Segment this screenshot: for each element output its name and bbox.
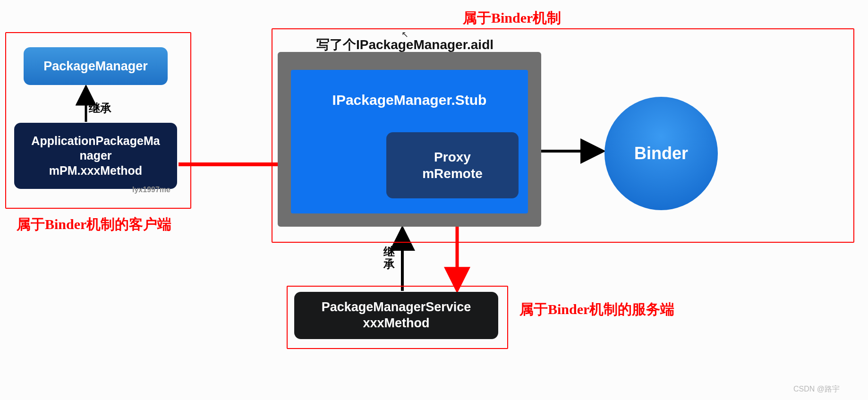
pms-line2: xxxMethod xyxy=(363,315,429,332)
package-manager-label: PackageManager xyxy=(43,59,148,74)
label-client: 属于Binder机制的客户端 xyxy=(17,215,171,234)
label-inherit-1: 继承 xyxy=(89,101,111,116)
binder-label: Binder xyxy=(634,144,688,163)
inherit2-b: 承 xyxy=(383,258,395,270)
proxy-box: Proxy mRemote xyxy=(386,132,519,198)
cursor-icon: ↖ xyxy=(401,29,408,40)
binder-circle: Binder xyxy=(604,97,718,210)
label-binder-mechanism: 属于Binder机制 xyxy=(463,9,561,28)
package-manager-box: PackageManager xyxy=(24,47,168,85)
package-manager-service-box: PackageManagerService xxxMethod xyxy=(294,292,498,339)
apm-line1: ApplicationPackageMa xyxy=(31,134,160,148)
proxy-line2: mRemote xyxy=(422,165,483,182)
application-package-manager-box: ApplicationPackageMa nager mPM.xxxMethod xyxy=(14,123,177,189)
inherit2-a: 继 xyxy=(383,246,395,258)
apm-line2: nager xyxy=(79,148,111,163)
proxy-line1: Proxy xyxy=(434,149,471,165)
stub-title: IPackageManager.Stub xyxy=(291,92,528,108)
watermark: lyx1997me xyxy=(132,186,170,194)
pms-line1: PackageManagerService xyxy=(322,299,471,315)
footer-credit: CSDN @路宇 xyxy=(793,384,840,394)
diagram-canvas: { "labels": { "binder_top": "属于Binder机制"… xyxy=(0,0,868,400)
label-inherit-2: 继 承 xyxy=(383,246,395,271)
apm-line3: mPM.xxxMethod xyxy=(49,163,142,178)
label-server: 属于Binder机制的服务端 xyxy=(519,300,674,319)
